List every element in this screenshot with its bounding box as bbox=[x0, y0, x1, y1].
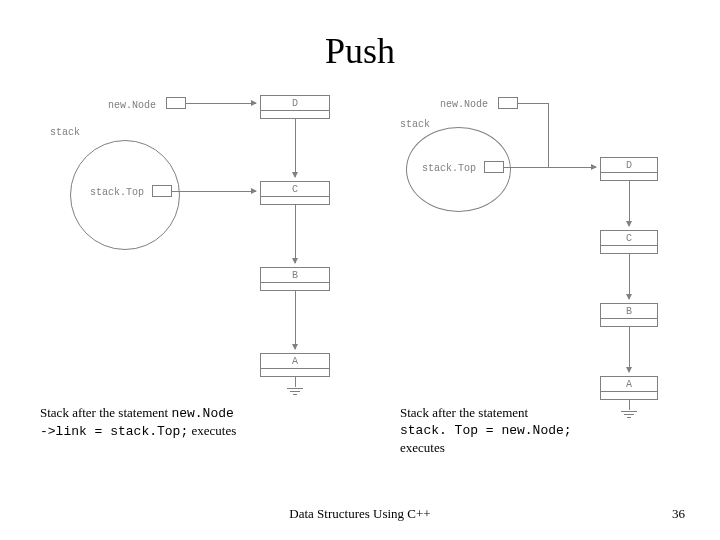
line-newnode-h bbox=[518, 103, 548, 104]
page-number: 36 bbox=[672, 506, 685, 522]
arrow-c-to-b bbox=[295, 205, 296, 263]
slide-title: Push bbox=[0, 30, 720, 72]
diagram-left: new.Node stack stack.Top D C B A bbox=[50, 95, 360, 415]
node-b-r: B bbox=[600, 303, 658, 327]
ptr-stacktop bbox=[152, 185, 172, 197]
node-d: D bbox=[260, 95, 330, 119]
diagram-right: new.Node stack stack.Top D C B A bbox=[400, 95, 680, 435]
label-stack: stack bbox=[50, 127, 80, 138]
node-d-r: D bbox=[600, 157, 658, 181]
label-newnode: new.Node bbox=[108, 100, 156, 111]
label-stacktop-r: stack.Top bbox=[422, 163, 476, 174]
node-a: A bbox=[260, 353, 330, 377]
arrow-b-a-r bbox=[629, 327, 630, 372]
label-newnode-r: new.Node bbox=[440, 99, 488, 110]
arrow-stacktop-to-c bbox=[172, 191, 256, 192]
caption-left: Stack after the statement new.Node ->lin… bbox=[40, 405, 340, 441]
node-b: B bbox=[260, 267, 330, 291]
line-newnode-v bbox=[548, 103, 549, 167]
node-c: C bbox=[260, 181, 330, 205]
arrow-d-c-r bbox=[629, 181, 630, 226]
ground-left bbox=[285, 377, 305, 395]
ptr-newnode bbox=[166, 97, 186, 109]
label-stack-r: stack bbox=[400, 119, 430, 130]
label-stacktop: stack.Top bbox=[90, 187, 144, 198]
caption-right: Stack after the statement stack. Top = n… bbox=[400, 405, 660, 457]
footer-text: Data Structures Using C++ bbox=[0, 506, 720, 522]
arrow-d-to-c bbox=[295, 119, 296, 177]
ptr-stacktop-r bbox=[484, 161, 504, 173]
arrow-c-b-r bbox=[629, 254, 630, 299]
ptr-newnode-r bbox=[498, 97, 518, 109]
node-a-r: A bbox=[600, 376, 658, 400]
arrow-to-d-r bbox=[548, 167, 596, 168]
node-c-r: C bbox=[600, 230, 658, 254]
arrow-b-to-a bbox=[295, 291, 296, 349]
line-stacktop-h bbox=[504, 167, 548, 168]
arrow-newnode-to-d bbox=[186, 103, 256, 104]
